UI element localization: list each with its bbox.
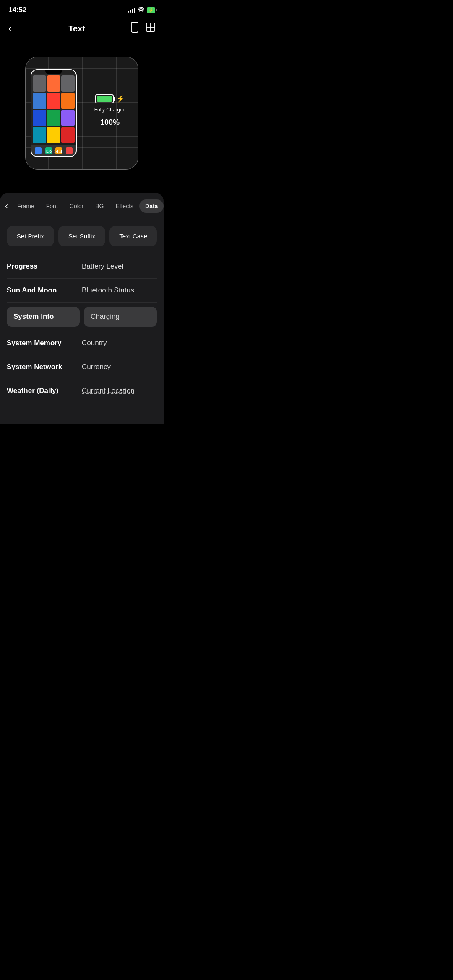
widget-phone-section: iOS 14.3 bbox=[26, 57, 82, 169]
signal-bar-2 bbox=[130, 10, 131, 13]
tab-data[interactable]: Data bbox=[139, 199, 164, 213]
bottom-panel: ‹ Frame Font Color BG Effects Data Set P… bbox=[0, 193, 164, 424]
tab-bg[interactable]: BG bbox=[89, 199, 109, 213]
dock-icon bbox=[35, 147, 42, 154]
set-suffix-button[interactable]: Set Suffix bbox=[58, 226, 106, 246]
battery-widget: ⚡ bbox=[95, 94, 125, 103]
data-row-weather-daily[interactable]: Weather (Daily) Current Location bbox=[7, 379, 157, 403]
app-icon bbox=[47, 75, 60, 92]
signal-bar-3 bbox=[132, 9, 133, 13]
data-list: Progress Battery Level Sun And Moon Blue… bbox=[0, 251, 164, 407]
battery-dashes: — ——— — bbox=[94, 113, 125, 118]
bolt-icon: ⚡ bbox=[116, 95, 125, 103]
data-row-system-memory[interactable]: System Memory Country bbox=[7, 331, 157, 355]
app-icon bbox=[33, 93, 46, 109]
app-icon bbox=[61, 75, 75, 92]
data-row-left-system-memory: System Memory bbox=[7, 339, 82, 347]
signal-bar-4 bbox=[134, 8, 135, 13]
tab-effects[interactable]: Effects bbox=[110, 199, 140, 213]
app-icon bbox=[61, 110, 75, 126]
tab-frame[interactable]: Frame bbox=[11, 199, 40, 213]
set-prefix-button[interactable]: Set Prefix bbox=[7, 226, 54, 246]
app-icon bbox=[61, 93, 75, 109]
phone-icon[interactable] bbox=[130, 22, 139, 35]
phone-notch bbox=[45, 70, 62, 74]
app-icon bbox=[33, 127, 46, 143]
phone-mockup: iOS 14.3 bbox=[31, 69, 77, 157]
data-row-left-weather-daily: Weather (Daily) bbox=[7, 387, 82, 395]
battery-info: Fully Charged — ——— — 100% — ——— — bbox=[94, 107, 125, 132]
widget-container: iOS 14.3 ⚡ Fully Charged — ——— — 100% — … bbox=[25, 57, 138, 170]
data-row-progress[interactable]: Progress Battery Level bbox=[7, 255, 157, 279]
phone-os-label: iOS 14.3 bbox=[45, 149, 62, 154]
action-buttons: Set Prefix Set Suffix Text Case bbox=[0, 218, 164, 251]
wifi-icon bbox=[138, 7, 144, 13]
signal-bar-1 bbox=[128, 11, 129, 13]
page-title: Text bbox=[23, 24, 130, 34]
app-icon bbox=[47, 127, 60, 143]
phone-screen bbox=[31, 74, 76, 145]
battery-body bbox=[95, 94, 114, 103]
data-row-right-current-location: Current Location bbox=[82, 387, 157, 395]
data-row-sun-moon[interactable]: Sun And Moon Bluetooth Status bbox=[7, 279, 157, 303]
widget-preview-area: iOS 14.3 ⚡ Fully Charged — ——— — 100% — … bbox=[0, 42, 164, 193]
battery-dashes-2: — ——— — bbox=[94, 127, 125, 132]
app-icon bbox=[61, 127, 75, 143]
widget-battery-section: ⚡ Fully Charged — ——— — 100% — ——— — bbox=[82, 57, 138, 169]
status-bar: 14:52 ⚡ bbox=[0, 0, 164, 18]
battery-icon: ⚡ bbox=[147, 7, 155, 13]
battery-fill bbox=[97, 96, 112, 102]
dock-icon bbox=[66, 147, 73, 154]
data-row-right-currency: Currency bbox=[82, 363, 157, 371]
battery-percent: 100% bbox=[94, 118, 125, 127]
data-row-right-charging: Charging bbox=[84, 307, 157, 327]
header: ‹ Text bbox=[0, 18, 164, 42]
charged-text: Fully Charged bbox=[94, 107, 125, 114]
data-row-system-network[interactable]: System Network Currency bbox=[7, 355, 157, 379]
status-time: 14:52 bbox=[8, 6, 26, 14]
data-row-system-info[interactable]: System Info Charging bbox=[7, 303, 157, 331]
text-case-button[interactable]: Text Case bbox=[109, 226, 157, 246]
data-row-right-bluetooth: Bluetooth Status bbox=[82, 286, 157, 295]
header-icons bbox=[130, 22, 155, 35]
app-icon bbox=[33, 110, 46, 126]
svg-rect-0 bbox=[131, 22, 138, 32]
app-icon bbox=[33, 75, 46, 92]
app-icon bbox=[47, 93, 60, 109]
tab-bar: ‹ Frame Font Color BG Effects Data bbox=[0, 193, 164, 218]
data-row-right-country: Country bbox=[82, 339, 157, 347]
data-row-left-system-info: System Info bbox=[7, 307, 80, 327]
back-button[interactable]: ‹ bbox=[8, 23, 23, 34]
data-row-left-system-network: System Network bbox=[7, 363, 82, 371]
grid-icon[interactable] bbox=[146, 23, 155, 34]
tab-color[interactable]: Color bbox=[64, 199, 89, 213]
status-icons: ⚡ bbox=[128, 7, 155, 13]
data-row-left-sun-moon: Sun And Moon bbox=[7, 286, 82, 295]
signal-bars-icon bbox=[128, 8, 135, 13]
data-row-right-battery-level: Battery Level bbox=[82, 262, 157, 271]
tab-font[interactable]: Font bbox=[40, 199, 64, 213]
data-row-left-progress: Progress bbox=[7, 262, 82, 271]
app-icon bbox=[47, 110, 60, 126]
panel-back-button[interactable]: ‹ bbox=[5, 201, 8, 212]
